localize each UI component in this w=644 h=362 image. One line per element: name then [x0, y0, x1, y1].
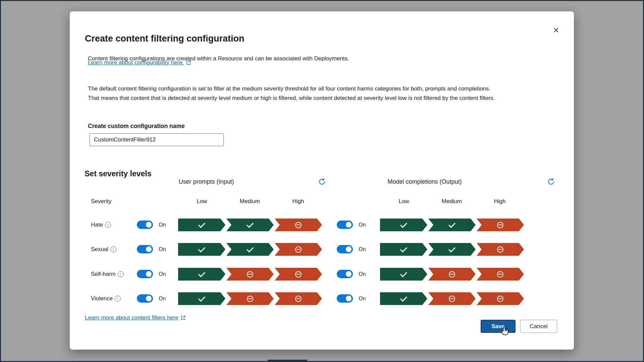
- info-icon[interactable]: [115, 296, 121, 302]
- toggle-knob: [146, 246, 152, 252]
- hate-output-toggle[interactable]: [337, 221, 353, 229]
- cancel-button[interactable]: Cancel: [520, 320, 557, 333]
- severity-grid: User prompts (Input) Model completions (…: [70, 177, 574, 315]
- check-icon: [198, 270, 205, 277]
- severity-segment-medium[interactable]: [428, 219, 476, 231]
- severity-segment-high[interactable]: [275, 219, 322, 231]
- severity-segment-medium[interactable]: [226, 268, 274, 281]
- violence-input-segments: [178, 292, 322, 305]
- default-config-description: The default content filtering configurat…: [88, 84, 495, 103]
- toggle-knob: [346, 271, 352, 277]
- hate-input-toggle[interactable]: [137, 221, 153, 229]
- external-link-icon: [181, 315, 185, 320]
- severity-segment-low[interactable]: [380, 292, 427, 305]
- content-filters-link[interactable]: Learn more about content filters here: [85, 314, 185, 321]
- selfharm-input-toggle[interactable]: [137, 270, 153, 278]
- severity-segment-low[interactable]: [178, 292, 225, 305]
- toggle-state-label: On: [159, 219, 166, 231]
- row-label: Hate: [91, 219, 111, 231]
- check-icon: [448, 221, 455, 228]
- sexual-output-segments: [380, 243, 524, 256]
- check-icon: [247, 245, 254, 252]
- row-label: Violence: [91, 292, 121, 305]
- info-icon[interactable]: [118, 271, 124, 277]
- severity-segment-high[interactable]: [477, 268, 524, 281]
- dialog-title: Create content filtering configuration: [85, 34, 245, 44]
- config-name-input[interactable]: [90, 133, 224, 146]
- output-low-header: Low: [398, 198, 409, 205]
- severity-segment-low[interactable]: [178, 268, 225, 281]
- violence-output-toggle[interactable]: [337, 294, 353, 303]
- input-column-title: User prompts (Input): [178, 178, 234, 185]
- block-icon: [247, 271, 253, 278]
- sexual-input-toggle[interactable]: [137, 245, 153, 253]
- close-icon[interactable]: ×: [551, 25, 561, 36]
- sexual-output-toggle[interactable]: [337, 245, 353, 253]
- input-high-header: High: [292, 198, 304, 205]
- input-medium-header: Medium: [240, 198, 260, 205]
- block-icon: [247, 296, 253, 302]
- severity-segment-low[interactable]: [380, 219, 427, 231]
- configurability-link-label: Learn more about configurability here.: [88, 59, 184, 66]
- severity-row-selfharm: Self-harm On On: [70, 268, 574, 281]
- configurability-link[interactable]: Learn more about configurability here.: [88, 59, 191, 66]
- severity-segment-low[interactable]: [380, 268, 427, 281]
- severity-segment-high[interactable]: [275, 268, 322, 281]
- info-icon[interactable]: [110, 246, 116, 252]
- check-icon: [400, 294, 407, 301]
- severity-segment-medium[interactable]: [226, 292, 274, 305]
- severity-row-hate: Hate On On: [70, 219, 574, 231]
- severity-segment-high[interactable]: [275, 292, 322, 305]
- severity-segment-high[interactable]: [477, 292, 524, 305]
- toggle-knob: [346, 246, 352, 252]
- toggle-state-label: On: [359, 292, 366, 305]
- toggle-knob: [346, 296, 352, 301]
- hate-input-segments: [178, 219, 322, 231]
- check-icon: [400, 270, 407, 277]
- external-link-icon: [186, 60, 191, 65]
- severity-row-violence: Violence On On: [70, 292, 574, 305]
- row-label: Sexual: [91, 243, 116, 256]
- info-icon[interactable]: [105, 222, 111, 228]
- check-icon: [198, 221, 205, 228]
- selfharm-output-toggle[interactable]: [337, 270, 353, 278]
- severity-segment-high[interactable]: [477, 243, 524, 256]
- output-column-title: Model completions (Output): [387, 178, 462, 185]
- severity-segment-high[interactable]: [477, 219, 524, 231]
- taskbar-fragment: [268, 360, 307, 362]
- severity-segment-low[interactable]: [178, 243, 225, 256]
- severity-segment-low[interactable]: [380, 243, 427, 256]
- selfharm-input-segments: [178, 268, 322, 281]
- severity-segment-medium[interactable]: [226, 243, 274, 256]
- output-medium-header: Medium: [442, 198, 462, 205]
- block-icon: [295, 246, 302, 253]
- severity-segment-medium[interactable]: [428, 292, 476, 305]
- reset-input-icon[interactable]: [318, 178, 326, 186]
- save-button[interactable]: Save: [481, 320, 516, 333]
- severity-segment-high[interactable]: [275, 243, 322, 256]
- severity-segment-medium[interactable]: [428, 243, 476, 256]
- severity-segment-medium[interactable]: [428, 268, 476, 281]
- severity-row-sexual: Sexual On On: [70, 243, 574, 256]
- block-icon: [295, 271, 302, 278]
- severity-segment-low[interactable]: [178, 219, 225, 231]
- block-icon: [295, 296, 302, 302]
- input-low-header: Low: [197, 198, 207, 205]
- violence-input-toggle[interactable]: [137, 294, 153, 303]
- block-icon: [449, 296, 455, 302]
- toggle-knob: [346, 222, 352, 228]
- check-icon: [400, 245, 407, 252]
- check-icon: [198, 245, 205, 252]
- block-icon: [497, 296, 503, 302]
- severity-column-header: Severity: [91, 198, 111, 205]
- reset-output-icon[interactable]: [547, 178, 555, 186]
- block-icon: [497, 271, 503, 278]
- toggle-state-label: On: [159, 292, 166, 305]
- output-high-header: High: [494, 198, 506, 205]
- violence-output-segments: [380, 292, 524, 305]
- selfharm-output-segments: [380, 268, 524, 281]
- check-icon: [400, 221, 407, 228]
- severity-segment-medium[interactable]: [226, 219, 274, 231]
- check-icon: [198, 294, 205, 301]
- toggle-state-label: On: [159, 268, 166, 281]
